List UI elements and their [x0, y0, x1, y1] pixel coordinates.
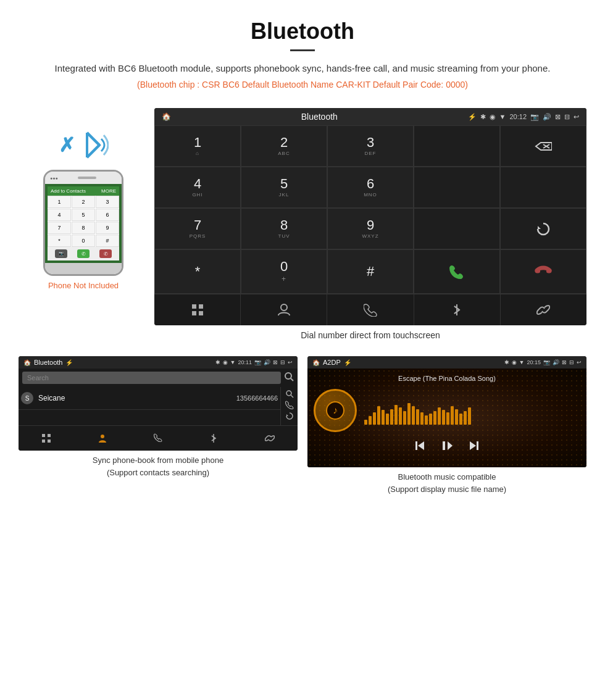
pb-bt-bottom-icon: [209, 433, 219, 443]
music-close-icon[interactable]: ⊠: [562, 359, 567, 365]
contact-number: 13566664466: [236, 394, 278, 402]
music-usb-icon: ⚡: [344, 359, 351, 366]
phonebook-screen-wrap: 🏠 Bluetooth ⚡ ✱ ◉ ▼ 20:11 📷 🔊 ⊠ ⊟ ↩: [19, 356, 298, 495]
music-bar: [390, 409, 393, 425]
dial-call-key[interactable]: [414, 249, 500, 294]
dial-bottom-link[interactable]: [501, 294, 586, 325]
prev-track-btn[interactable]: [412, 438, 427, 456]
svg-rect-7: [199, 311, 203, 315]
pb-vol-icon[interactable]: 🔊: [264, 359, 270, 365]
music-bar: [394, 405, 398, 425]
music-bars: [364, 400, 471, 425]
page-header: Bluetooth Integrated with BC6 Bluetooth …: [0, 0, 605, 96]
pb-bottom-phone[interactable]: [130, 430, 186, 447]
music-note-icon: ♪: [333, 405, 338, 416]
usb-icon: ⚡: [468, 113, 477, 121]
link-icon: [536, 303, 550, 317]
dial-key-2[interactable]: 2 ABC: [241, 125, 327, 167]
pb-close-icon[interactable]: ⊠: [273, 359, 278, 365]
pb-bottom-person[interactable]: [74, 430, 130, 447]
right-search-icon: [285, 390, 294, 398]
page-title: Bluetooth: [37, 19, 568, 44]
close-icon[interactable]: ⊠: [555, 113, 561, 121]
svg-rect-4: [192, 304, 196, 309]
dial-key-0[interactable]: 0 +: [241, 249, 327, 294]
phone-key: #: [96, 235, 119, 247]
dial-refresh-key[interactable]: [500, 208, 586, 249]
music-bt-icon: ✱: [504, 359, 509, 365]
minimize-icon[interactable]: ⊟: [564, 113, 570, 121]
song-title: Escape (The Pina Colada Song): [398, 375, 496, 382]
pb-right-call[interactable]: [285, 401, 294, 412]
pb-bottom-bluetooth[interactable]: [186, 430, 241, 447]
music-back-icon[interactable]: ↩: [577, 359, 582, 365]
dial-key-6[interactable]: 6 MNO: [327, 167, 414, 208]
music-cam-icon[interactable]: 📷: [543, 359, 550, 365]
pb-time: 20:11: [238, 359, 252, 365]
pb-contacts-list: S Seicane 13566664466: [19, 387, 280, 425]
music-min-icon[interactable]: ⊟: [569, 359, 574, 365]
phonebook-status-bar: 🏠 Bluetooth ⚡ ✱ ◉ ▼ 20:11 📷 🔊 ⊠ ⊟ ↩: [19, 356, 298, 369]
music-bar: [373, 412, 376, 425]
music-screen-title: A2DP: [323, 359, 341, 366]
music-bar: [412, 406, 415, 425]
phone-key: 3: [96, 196, 119, 208]
svg-rect-16: [42, 440, 45, 443]
dial-bottom-person[interactable]: [241, 294, 327, 325]
phone-key: 6: [96, 209, 119, 221]
dial-bottom-bluetooth[interactable]: [414, 294, 501, 325]
dial-key-1[interactable]: 1 ⌂: [154, 125, 241, 167]
music-bar: [425, 415, 428, 425]
dial-bottom-phone[interactable]: [327, 294, 414, 325]
home-icon[interactable]: 🏠: [162, 112, 171, 121]
pb-cam-icon[interactable]: 📷: [254, 359, 261, 365]
music-content: Escape (The Pina Colada Song) ♪: [307, 369, 586, 467]
dial-key-4[interactable]: 4 GHI: [154, 167, 241, 208]
back-icon[interactable]: ↩: [574, 113, 579, 121]
right-refresh-icon: [285, 412, 294, 420]
music-bar: [420, 412, 424, 425]
dial-end-call-key[interactable]: [500, 249, 586, 294]
phone-speaker: [78, 177, 96, 179]
vinyl-disc: ♪: [314, 389, 357, 432]
phone-key: 1: [48, 196, 71, 208]
dial-key-7[interactable]: 7 PQRS: [154, 208, 241, 249]
dial-bottom-grid[interactable]: [154, 294, 241, 325]
dial-key-hash[interactable]: #: [327, 249, 414, 294]
music-vol-icon[interactable]: 🔊: [553, 359, 559, 365]
volume-icon[interactable]: 🔊: [543, 113, 551, 121]
dial-key-star[interactable]: *: [154, 249, 241, 294]
next-track-btn[interactable]: [467, 438, 482, 456]
music-bar: [399, 407, 402, 425]
pb-right-search[interactable]: [285, 390, 294, 401]
svg-marker-3: [538, 226, 541, 229]
camera-icon[interactable]: 📷: [530, 113, 539, 121]
dial-key-9[interactable]: 9 WXYZ: [327, 208, 414, 249]
contact-row[interactable]: S Seicane 13566664466: [19, 387, 280, 410]
pb-search-icon[interactable]: [284, 372, 294, 384]
music-bar: [438, 407, 441, 425]
skip-forward-icon: [467, 438, 482, 453]
music-home-icon[interactable]: 🏠: [312, 359, 320, 366]
dial-status-bar: 🏠 Bluetooth ⚡ ✱ ◉ ▼ 20:12 📷 🔊 ⊠ ⊟ ↩: [154, 108, 586, 125]
music-bar: [464, 411, 467, 425]
status-right: ⚡ ✱ ◉ ▼ 20:12 📷 🔊 ⊠ ⊟ ↩: [468, 113, 579, 121]
phonebook-screen: 🏠 Bluetooth ⚡ ✱ ◉ ▼ 20:11 📷 🔊 ⊠ ⊟ ↩: [19, 356, 298, 451]
pb-min-icon[interactable]: ⊟: [280, 359, 285, 365]
screen-title: Bluetooth: [301, 112, 338, 122]
dial-key-5[interactable]: 5 JKL: [241, 167, 327, 208]
dial-backspace-key[interactable]: [500, 125, 586, 167]
dial-key-3[interactable]: 3 DEF: [327, 125, 414, 167]
dial-key-8[interactable]: 8 TUV: [241, 208, 327, 249]
pb-search-bar[interactable]: Search: [22, 372, 281, 384]
pb-right-refresh[interactable]: [285, 412, 294, 423]
pb-home-icon[interactable]: 🏠: [23, 359, 31, 366]
phone-container: ✗ ●●●: [19, 108, 148, 290]
pb-back-icon[interactable]: ↩: [288, 359, 293, 365]
pb-bottom-grid[interactable]: [19, 430, 74, 447]
title-divider: [290, 49, 315, 51]
pb-bottom-link[interactable]: [242, 430, 298, 447]
music-top: ♪: [314, 389, 580, 432]
search-icon: [284, 372, 294, 381]
play-pause-btn[interactable]: [440, 438, 454, 456]
